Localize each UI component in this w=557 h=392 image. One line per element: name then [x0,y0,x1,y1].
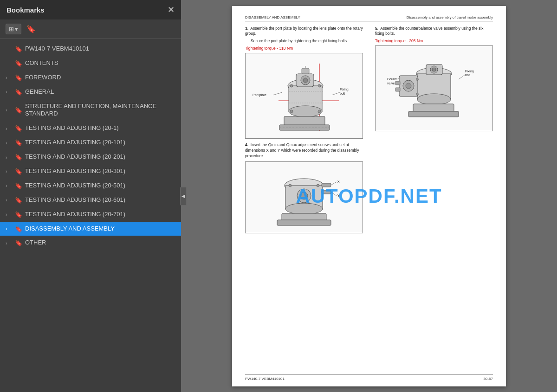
sidebar-item-testing20-701[interactable]: ›🔖TESTING AND ADJUSTING (20-701) [0,207,181,222]
sidebar-item-foreword[interactable]: ›🔖FOREWORD [0,71,181,85]
step3-number: 3. Assemble the port plate by locating t… [245,26,363,37]
svg-text:bolt: bolt [340,92,345,95]
view-toggle-button[interactable]: ⊞ ▾ [6,24,21,34]
svg-line-0 [273,92,282,95]
expand-icon: › [6,140,12,146]
sidebar-item-testing20-101[interactable]: ›🔖TESTING AND ADJUSTING (20-101) [0,135,181,150]
footer-left: PW140-7 VEBM410101 [245,377,285,381]
grid-icon: ⊞ [9,26,14,32]
port-plate-label: Port plate [253,93,266,97]
sidebar-item-pw140[interactable]: 🔖PW140-7 VEBM410101 [0,42,181,56]
sidebar-item-disassembly[interactable]: ›🔖DISASSEMBLY AND ASSEMBLY [0,222,181,236]
expand-icon: › [6,240,12,246]
svg-point-14 [318,110,321,113]
sidebar-item-testing20-1[interactable]: ›🔖TESTING AND ADJUSTING (20-1) [0,121,181,135]
svg-point-52 [416,93,419,95]
sidebar-item-label: GENERAL [25,88,176,96]
sidebar: Bookmarks ✕ ⊞ ▾ 🔖 🔖PW140-7 VEBM410101 🔖C… [0,0,181,392]
sidebar-title: Bookmarks [6,6,45,14]
sidebar-item-testing20-501[interactable]: ›🔖TESTING AND ADJUSTING (20-501) [0,179,181,193]
header-left: DISASSEMBLY AND ASSEMBLY [245,15,300,19]
sidebar-item-general[interactable]: ›🔖GENERAL [0,85,181,99]
step5-text: 5. Assemble the counterbalance valve ass… [375,26,493,37]
expand-icon: › [6,168,12,174]
svg-rect-50 [395,88,400,91]
left-column: 3. Assemble the port plate by locating t… [245,26,363,236]
sidebar-toolbar: ⊞ ▾ 🔖 [0,19,181,39]
sidebar-item-testing20-601[interactable]: ›🔖TESTING AND ADJUSTING (20-601) [0,193,181,207]
bookmark-icon: 🔖 [15,239,22,246]
svg-point-13 [290,110,293,113]
svg-line-27 [331,182,337,185]
expand-icon: › [6,197,12,203]
sidebar-collapse-button[interactable]: ◀ [180,187,187,206]
page-header: DISASSEMBLY AND ASSEMBLY Disassembly and… [245,15,493,21]
svg-point-11 [290,84,293,87]
svg-point-35 [289,184,291,187]
bookmark-icon: 🔖 [15,107,22,114]
bookmark-icon: 🔖 [15,182,22,189]
sidebar-item-label: TESTING AND ADJUSTING (20-1) [25,124,176,132]
fixing-bolt-label-left: Fixing [340,88,349,91]
step3-text2: Secure the port plate by tightening the … [245,39,363,44]
sidebar-item-contents[interactable]: 🔖CONTENTS [0,56,181,71]
step4-num: 4. [245,142,248,147]
bookmark-icon: 🔖 [15,60,22,67]
sidebar-item-label: CONTENTS [25,59,176,67]
bookmark-icon: 🔖 [15,139,22,146]
svg-rect-49 [395,81,400,85]
svg-rect-34 [277,220,331,225]
sidebar-item-label: TESTING AND ADJUSTING (20-101) [25,139,176,147]
counterbalance-svg: Counterbalance valve Fixing bolt [385,47,483,130]
expand-icon: › [6,212,12,217]
svg-text:valve: valve [387,82,395,85]
step5-torque: Tightening torque - 205 Nm. [375,39,493,43]
svg-rect-20 [302,68,309,74]
port-plate-diagram: Port plate Fixing bolt [245,53,363,139]
main-content: AUTOPDF.NET DISASSEMBLY AND ASSEMBLY Dis… [181,0,557,392]
step4-desc: Insert the Qmin and Qmax adjustment scre… [245,142,359,158]
step3-num: 3. [245,26,248,31]
svg-point-51 [416,78,419,80]
close-button[interactable]: ✕ [168,6,175,14]
svg-line-2 [332,92,340,95]
sidebar-item-structure[interactable]: ›🔖STRUCTURE AND FUNCTION, MAINTENANCE ST… [0,99,181,122]
dropdown-arrow-icon: ▾ [15,26,18,32]
sidebar-item-label: PW140-7 VEBM410101 [25,45,176,53]
svg-point-24 [285,203,323,214]
sidebar-item-label: TESTING AND ADJUSTING (20-601) [25,196,176,204]
svg-rect-57 [408,111,459,117]
qmin-qmax-diagram: X Y [245,161,363,233]
step4-text: 4. Insert the Qmin and Qmax adjustment s… [245,142,363,159]
header-right: Disassembly and assembly of travel motor… [407,15,493,19]
step5-desc: Assemble the counterbalance valve assemb… [375,26,483,36]
bookmark-icon: 🔖 [15,89,22,96]
expand-icon: › [6,154,12,160]
sidebar-item-label: TESTING AND ADJUSTING (20-201) [25,153,176,161]
page-footer: PW140-7 VEBM410101 30-57 [245,374,493,381]
svg-point-32 [300,192,308,199]
svg-text:X: X [337,180,340,183]
sidebar-item-other[interactable]: ›🔖OTHER [0,236,181,250]
document-page: AUTOPDF.NET DISASSEMBLY AND ASSEMBLY Dis… [232,6,506,386]
footer-right: 30-57 [484,377,493,381]
svg-point-55 [432,68,436,71]
sidebar-item-testing20-301[interactable]: ›🔖TESTING AND ADJUSTING (20-301) [0,164,181,179]
bookmark-icon: 🔖 [15,168,22,175]
step5-num: 5. [375,26,378,31]
right-column: 5. Assemble the counterbalance valve ass… [371,26,493,236]
svg-rect-26 [322,190,331,194]
sidebar-item-label: DISASSEMBLY AND ASSEMBLY [25,225,176,233]
svg-rect-25 [322,183,331,187]
bookmark-add-button[interactable]: 🔖 [24,23,38,35]
sidebar-item-label: OTHER [25,239,176,247]
svg-line-42 [459,75,465,79]
expand-icon: › [6,183,12,188]
sidebar-item-testing20-201[interactable]: ›🔖TESTING AND ADJUSTING (20-201) [0,150,181,164]
svg-point-10 [303,78,308,83]
step3-torque: Tightening torque - 310 Nm [245,46,363,51]
page-container: AUTOPDF.NET DISASSEMBLY AND ASSEMBLY Dis… [181,0,557,392]
expand-icon: › [6,126,12,131]
svg-point-7 [289,106,322,117]
svg-point-48 [406,83,411,89]
